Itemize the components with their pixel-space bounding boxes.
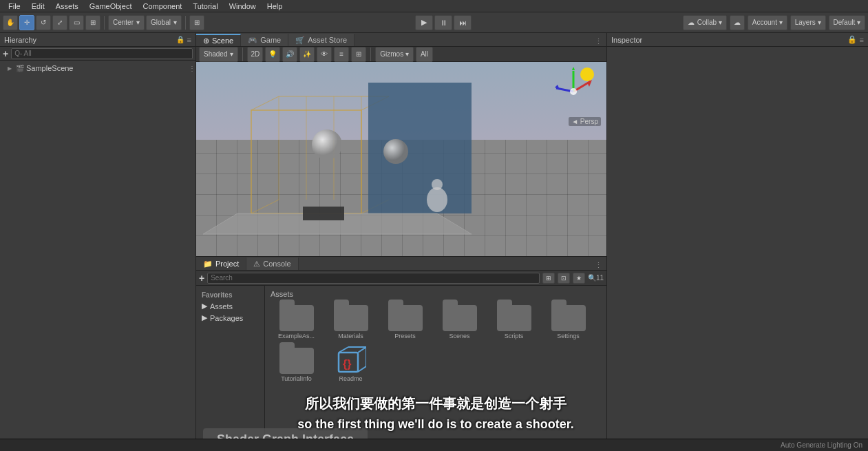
inspector-menu-icon[interactable]: ≡ — [860, 36, 864, 44]
inspector-header: Inspector 🔒 ≡ — [607, 33, 868, 47]
rotate-tool-btn[interactable]: ↺ — [36, 15, 51, 30]
pause-button[interactable]: ⏸ — [434, 15, 452, 30]
scale-tool-btn[interactable]: ⤢ — [52, 15, 67, 30]
project-tab-label: Project — [215, 260, 239, 268]
scene-panel-menu[interactable]: ⋮ — [591, 37, 606, 46]
hierarchy-content[interactable]: ▶ 🎬 SampleScene ⋮ — [0, 61, 195, 451]
transform-tool-btn[interactable]: ⊞ — [85, 15, 100, 30]
filter-btn[interactable]: ⊡ — [558, 273, 570, 284]
inspector-panel: Inspector 🔒 ≡ — [606, 33, 868, 451]
svg-line-27 — [358, 347, 366, 353]
menu-help[interactable]: Help — [262, 0, 288, 12]
move-tool-btn[interactable]: ✛ — [19, 15, 34, 30]
inspector-lock-icon[interactable]: 🔒 — [847, 35, 857, 44]
layout-label: Default ▾ — [834, 19, 860, 26]
game-tab-icon: 🎮 — [248, 36, 257, 45]
scene-objects-svg — [196, 62, 606, 256]
hierarchy-menu-icon[interactable]: ≡ — [187, 36, 191, 44]
menu-edit[interactable]: Edit — [26, 0, 50, 12]
sep2 — [185, 16, 186, 30]
layout-dropdown[interactable]: Default ▾ — [829, 15, 865, 30]
menu-tutorial[interactable]: Tutorial — [187, 0, 223, 12]
hierarchy-panel: Hierarchy 🔒 ≡ + ▶ 🎬 SampleScene ⋮ — [0, 33, 196, 451]
fav-assets[interactable]: ▶ Assets — [199, 300, 262, 312]
center-dropdown[interactable]: Center ▾ — [108, 15, 145, 30]
asset-label-readme: Readme — [339, 375, 362, 382]
hierarchy-lock-icon: 🔒 — [176, 36, 184, 44]
menu-bar: File Edit Assets GameObject Component Tu… — [0, 0, 868, 12]
scene-view[interactable]: ◄ Persp — [196, 62, 606, 256]
asset-materials[interactable]: Materials — [325, 302, 377, 342]
asset-presets[interactable]: Presets — [379, 302, 431, 342]
menu-file[interactable]: File — [3, 0, 26, 12]
hand-tool-btn[interactable]: ✋ — [3, 15, 18, 30]
asset-scenes[interactable]: Scenes — [434, 302, 485, 342]
asset-label-presets: Presets — [394, 333, 416, 339]
asset-label-scenes: Scenes — [449, 333, 469, 339]
stats-btn[interactable]: ≡ — [334, 47, 349, 62]
asset-tutorial-info[interactable]: TutorialInfo — [271, 345, 322, 385]
expand-arrow[interactable]: ▶ — [6, 64, 14, 72]
audio-btn[interactable]: 🔊 — [282, 47, 297, 62]
filter-by-type-btn[interactable]: ⊞ — [542, 273, 555, 284]
asset-store-label: Asset Store — [308, 36, 347, 44]
project-panel-menu[interactable]: ⋮ — [591, 261, 606, 270]
hidden-btn[interactable]: 👁 — [317, 47, 332, 62]
step-button[interactable]: ⏭ — [454, 15, 472, 30]
hierarchy-search-input[interactable] — [11, 48, 193, 59]
project-search-input[interactable] — [207, 273, 540, 284]
hierarchy-title: Hierarchy — [4, 36, 36, 44]
asset-store-tab[interactable]: 🛒 Asset Store — [288, 34, 354, 46]
scene-menu-icon[interactable]: ⋮ — [189, 65, 195, 72]
layers-dropdown[interactable]: Layers ▾ — [790, 15, 826, 30]
asset-example-assets[interactable]: ExampleAs... — [271, 302, 322, 342]
hierarchy-header: Hierarchy 🔒 ≡ — [0, 33, 195, 47]
menu-gameobject[interactable]: GameObject — [84, 0, 138, 12]
cloud-save-btn[interactable]: ☁ — [730, 15, 745, 30]
shade-mode-dropdown[interactable]: Shaded ▾ — [199, 47, 238, 62]
fx-btn[interactable]: ✨ — [299, 47, 315, 62]
menu-window[interactable]: Window — [224, 0, 262, 12]
scene-tab[interactable]: ⊕ Scene — [196, 34, 241, 46]
gizmos-dropdown[interactable]: Gizmos ▾ — [375, 47, 414, 62]
svg-rect-10 — [368, 83, 472, 213]
asset-label-materials: Materials — [338, 333, 363, 339]
asset-settings[interactable]: Settings — [542, 302, 594, 342]
collab-dropdown[interactable]: ☁ Collab ▾ — [683, 15, 727, 30]
assets-grid: ExampleAs... Materials Presets — [268, 300, 604, 388]
asset-scripts[interactable]: Scripts — [488, 302, 540, 342]
global-dropdown[interactable]: Global ▾ — [146, 15, 182, 30]
rect-tool-btn[interactable]: ▭ — [69, 15, 84, 30]
hierarchy-scene-item[interactable]: ▶ 🎬 SampleScene ⋮ — [0, 62, 195, 74]
project-tab[interactable]: 📁 Project — [196, 258, 246, 270]
console-tab[interactable]: ⚠ Console — [246, 258, 298, 270]
asset-readme[interactable]: {} Readme — [325, 345, 377, 385]
scene-sep2 — [370, 48, 371, 61]
snap-btn[interactable]: ⊞ — [189, 15, 204, 30]
menu-assets[interactable]: Assets — [50, 0, 84, 12]
game-tab[interactable]: 🎮 Game — [241, 34, 288, 46]
grid-btn[interactable]: ⊞ — [351, 47, 366, 62]
svg-rect-16 — [303, 207, 344, 220]
fav-packages[interactable]: ▶ Packages — [199, 312, 262, 324]
all-dropdown[interactable]: All — [416, 47, 433, 62]
play-button[interactable]: ▶ — [415, 15, 433, 30]
cloud-icon: ☁ — [688, 19, 695, 26]
shade-chevron-icon: ▾ — [230, 50, 233, 58]
menu-component[interactable]: Component — [137, 0, 187, 12]
status-text: Auto Generate Lighting On — [781, 441, 862, 449]
light-btn[interactable]: 💡 — [265, 47, 280, 62]
inspector-content — [607, 47, 868, 451]
account-dropdown[interactable]: Account ▾ — [748, 15, 787, 30]
scene-gizmo[interactable] — [546, 67, 601, 116]
fav-star-btn[interactable]: ★ — [573, 273, 585, 284]
asset-store-icon: 🛒 — [295, 36, 305, 45]
project-add-btn[interactable]: + — [199, 273, 204, 284]
hierarchy-add-btn[interactable]: + — [3, 48, 8, 59]
hierarchy-toolbar: + — [0, 47, 195, 61]
folder-icon-tutorial — [279, 348, 314, 374]
assets-area: Assets ExampleAs... Materials — [265, 286, 606, 451]
svg-text:{}: {} — [343, 358, 351, 370]
layers-label: Layers ▾ — [795, 19, 821, 26]
2d-btn[interactable]: 2D — [247, 47, 263, 62]
